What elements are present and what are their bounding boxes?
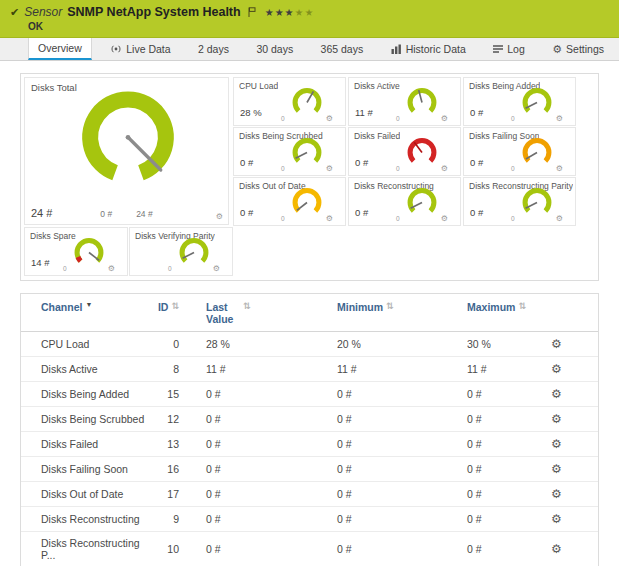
table-row: Disks Being Added150 #0 #0 #⚙ — [21, 382, 598, 407]
wrench-icon[interactable]: ⚙ — [213, 264, 220, 273]
channel-settings-icon[interactable]: ⚙ — [551, 487, 562, 501]
channel-settings-icon[interactable]: ⚙ — [551, 387, 562, 401]
wrench-icon[interactable]: ⚙ — [216, 212, 223, 221]
gauge-scale-min: 0 # — [100, 209, 112, 219]
cell-id: 12 — [151, 407, 179, 432]
gauge-value: 11 # — [355, 107, 373, 118]
cell-actions: ⚙ — [547, 457, 598, 482]
column-header-maximum[interactable]: Maximum⇅ — [467, 294, 547, 332]
cell-last-value: 11 # — [179, 357, 337, 382]
wrench-icon[interactable]: ⚙ — [326, 114, 333, 123]
channel-settings-icon[interactable]: ⚙ — [551, 337, 562, 351]
tab-365-days[interactable]: 365 days — [312, 38, 373, 60]
stars-filled: ★★★ — [265, 7, 295, 18]
wrench-icon[interactable]: ⚙ — [441, 164, 448, 173]
column-header-actions — [547, 294, 598, 332]
wrench-icon[interactable]: ⚙ — [326, 214, 333, 223]
gauge-footer: 0 ⚙ — [281, 214, 333, 223]
channel-settings-icon[interactable]: ⚙ — [551, 542, 562, 556]
cell-id: 16 — [151, 457, 179, 482]
small-gauge-panel: Disks Out of Date 0 # 0 ⚙ — [233, 177, 346, 226]
gauge-footer: 0 ⚙ — [511, 114, 563, 123]
cell-actions: ⚙ — [547, 382, 598, 407]
channel-settings-icon[interactable]: ⚙ — [551, 362, 562, 376]
table-row: Disks Failing Soon160 #0 #0 #⚙ — [21, 457, 598, 482]
gauge-footer: 0 ⚙ — [168, 264, 220, 273]
cell-actions: ⚙ — [547, 507, 598, 532]
cell-maximum: 30 % — [467, 332, 547, 357]
cell-channel: Disks Reconstructing P... — [21, 532, 151, 566]
column-header-last-value[interactable]: Last Value⇅ — [179, 294, 337, 332]
sensor-header: ✔ Sensor SNMP NetApp System Health ★★★★★… — [0, 0, 619, 38]
small-gauge-panel: Disks Failing Soon 0 # 0 ⚙ — [463, 127, 576, 176]
channels-table: Channel▼ID⇅Last Value⇅Minimum⇅Maximum⇅ C… — [21, 294, 598, 566]
overview-content: Disks Total 0 # 24 # 24 # ⚙ CPU Load 28 … — [0, 61, 619, 566]
column-header-id[interactable]: ID⇅ — [151, 294, 179, 332]
table-row: Disks Being Scrubbed120 #0 #0 #⚙ — [21, 407, 598, 432]
column-header-minimum[interactable]: Minimum⇅ — [337, 294, 467, 332]
cell-minimum: 0 # — [337, 532, 467, 566]
gauge-footer: 0 ⚙ — [396, 114, 448, 123]
channel-settings-icon[interactable]: ⚙ — [551, 437, 562, 451]
priority-stars[interactable]: ★★★★★ — [265, 7, 315, 18]
wrench-icon[interactable]: ⚙ — [441, 214, 448, 223]
cell-minimum: 11 # — [337, 357, 467, 382]
historic-data-icon — [391, 44, 402, 54]
cell-last-value: 0 # — [179, 432, 337, 457]
channel-settings-icon[interactable]: ⚙ — [551, 462, 562, 476]
settings-gear-icon: ⚙ — [552, 43, 562, 56]
tab-historic-data[interactable]: Historic Data — [382, 38, 475, 60]
tab-overview[interactable]: Overview — [28, 38, 92, 60]
wrench-icon[interactable]: ⚙ — [556, 214, 563, 223]
tab-log[interactable]: Log — [484, 38, 534, 60]
sort-icon: ⇅ — [243, 301, 251, 311]
cell-maximum: 0 # — [467, 432, 547, 457]
gauge-footer: 0 ⚙ — [396, 164, 448, 173]
column-header-channel[interactable]: Channel▼ — [21, 294, 151, 332]
cell-actions: ⚙ — [547, 432, 598, 457]
log-icon — [493, 44, 503, 54]
cell-channel: Disks Being Added — [21, 382, 151, 407]
sensor-title: SNMP NetApp System Health — [67, 5, 240, 19]
sort-icon: ⇅ — [386, 301, 394, 311]
gauge-value: 0 # — [470, 157, 483, 168]
tab-30-days[interactable]: 30 days — [247, 38, 302, 60]
main-gauge-panel: Disks Total 0 # 24 # 24 # ⚙ — [24, 77, 229, 225]
main-gauge — [69, 90, 187, 194]
small-gauge-panel: Disks Verifying Parity 0 ⚙ — [129, 227, 233, 276]
cell-maximum: 11 # — [467, 357, 547, 382]
wrench-icon[interactable]: ⚙ — [108, 264, 115, 273]
cell-minimum: 0 # — [337, 482, 467, 507]
cell-id: 10 — [151, 532, 179, 566]
small-gauge-panel: Disks Being Scrubbed 0 # 0 ⚙ — [233, 127, 346, 176]
cell-actions: ⚙ — [547, 482, 598, 507]
wrench-icon[interactable]: ⚙ — [441, 114, 448, 123]
cell-channel: Disks Being Scrubbed — [21, 407, 151, 432]
tab-live-data[interactable]: Live Data — [101, 38, 179, 60]
cell-maximum: 0 # — [467, 407, 547, 432]
gauge-arc — [295, 91, 319, 111]
cell-channel: CPU Load — [21, 332, 151, 357]
gauge-scale-min: 0 — [168, 265, 172, 272]
tab-label: 30 days — [256, 43, 293, 55]
cell-channel: Disks Failing Soon — [21, 457, 151, 482]
tab-2-days[interactable]: 2 days — [189, 38, 238, 60]
gauge-needle-hub — [126, 135, 131, 140]
channel-settings-icon[interactable]: ⚙ — [551, 412, 562, 426]
tab-settings[interactable]: ⚙ Settings — [543, 38, 613, 60]
wrench-icon[interactable]: ⚙ — [556, 114, 563, 123]
tab-label: 2 days — [198, 43, 229, 55]
cell-id: 8 — [151, 357, 179, 382]
cell-actions: ⚙ — [547, 532, 598, 566]
flag-icon — [248, 7, 256, 17]
cell-actions: ⚙ — [547, 357, 598, 382]
sort-icon: ⇅ — [518, 301, 526, 311]
cell-minimum: 20 % — [337, 332, 467, 357]
channel-settings-icon[interactable]: ⚙ — [551, 512, 562, 526]
wrench-icon[interactable]: ⚙ — [556, 164, 563, 173]
gauge-value: 24 # — [31, 207, 52, 219]
tab-label: Historic Data — [406, 43, 466, 55]
wrench-icon[interactable]: ⚙ — [326, 164, 333, 173]
gauge-scale-min: 0 — [396, 115, 400, 122]
tab-label: Settings — [566, 43, 604, 55]
